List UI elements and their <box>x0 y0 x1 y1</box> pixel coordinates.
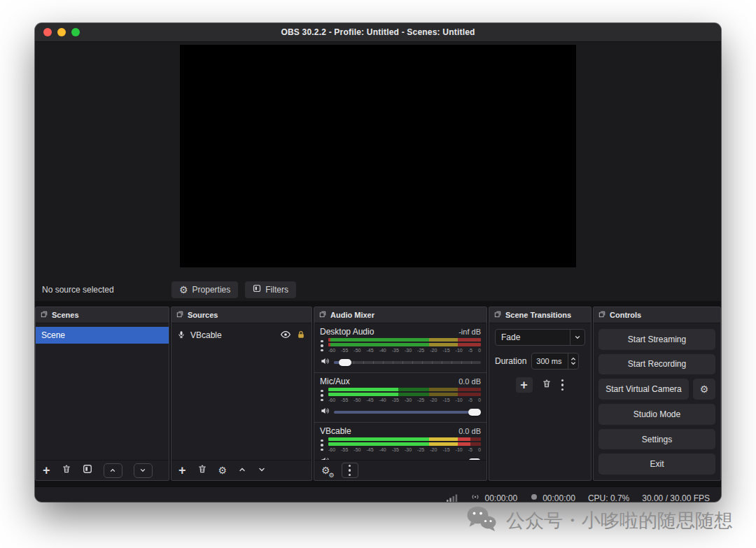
spinner-arrows-icon[interactable] <box>568 353 578 369</box>
sources-toolbar: + ⚙ <box>172 460 312 480</box>
move-scene-down-button[interactable] <box>134 463 153 478</box>
visibility-eye-icon[interactable] <box>280 329 291 342</box>
record-icon <box>530 493 538 502</box>
virtual-camera-settings-button[interactable]: ⚙ <box>693 379 715 400</box>
mixer-menu-button[interactable] <box>342 463 358 478</box>
watermark: 公众号・小哆啦的随思随想 <box>466 503 733 538</box>
scene-list-item[interactable]: Scene <box>36 327 169 344</box>
channel-menu-icon[interactable] <box>320 437 324 453</box>
start-streaming-button[interactable]: Start Streaming <box>598 329 715 350</box>
record-timer: 00:00:00 <box>530 493 575 502</box>
volume-slider[interactable] <box>334 357 481 368</box>
audio-mixer-panel: Audio Mixer Desktop Audio -inf dB <box>314 307 487 481</box>
sources-panel: Sources VBcable + ⚙ <box>171 307 312 481</box>
traffic-lights <box>43 23 80 41</box>
scenes-panel: Scenes Scene + <box>35 307 169 481</box>
source-item-label: VBcable <box>190 330 222 340</box>
volume-slider[interactable] <box>334 407 481 418</box>
network-signal-icon <box>447 493 458 502</box>
duration-label: Duration <box>495 356 526 366</box>
settings-button[interactable]: Settings <box>598 429 715 450</box>
speaker-icon[interactable] <box>320 456 330 460</box>
remove-transition-button[interactable] <box>542 379 552 391</box>
properties-button[interactable]: ⚙ Properties <box>172 281 238 298</box>
no-source-status: No source selected <box>42 285 172 295</box>
channel-menu-icon[interactable] <box>320 388 324 403</box>
source-toolbar: No source selected ⚙ Properties Filters <box>35 278 721 301</box>
move-scene-up-button[interactable] <box>104 463 122 478</box>
filters-label: Filters <box>265 285 288 295</box>
audio-mixer-body: Desktop Audio -inf dB -60-55-50-45-40-35… <box>314 323 486 460</box>
duration-spinbox[interactable]: 300 ms <box>531 353 579 370</box>
start-virtual-camera-button[interactable]: Start Virtual Camera <box>598 379 689 400</box>
audio-mixer-toolbar: ⚙ ⚙ <box>314 460 486 480</box>
add-transition-button[interactable]: + <box>516 377 533 393</box>
title-bar[interactable]: OBS 30.2.2 - Profile: Untitled - Scenes:… <box>35 23 721 42</box>
transition-menu-icon[interactable] <box>561 379 565 391</box>
channel-level: 0.0 dB <box>458 427 481 435</box>
channel-name: Desktop Audio <box>320 327 374 337</box>
wechat-icon <box>466 505 497 537</box>
transition-select[interactable]: Fade <box>495 329 585 346</box>
scene-item-label: Scene <box>41 330 65 340</box>
studio-mode-button[interactable]: Studio Mode <box>598 404 715 425</box>
scenes-toolbar: + <box>36 460 169 480</box>
lock-icon[interactable] <box>296 330 306 342</box>
add-scene-button[interactable]: + <box>43 464 50 477</box>
transition-value: Fade <box>496 332 570 342</box>
volume-slider-knob[interactable] <box>468 409 481 416</box>
volume-slider[interactable] <box>334 456 481 460</box>
minimize-button[interactable] <box>57 28 66 36</box>
channel-level: 0.0 dB <box>458 377 481 386</box>
controls-panel-header[interactable]: Controls <box>594 307 720 323</box>
maximize-button[interactable] <box>71 28 80 36</box>
scenes-panel-header[interactable]: Scenes <box>36 307 169 323</box>
scene-transitions-panel: Scene Transitions Fade Duration 300 ms <box>489 307 592 481</box>
channel-level: -inf dB <box>458 328 481 336</box>
remove-source-button[interactable] <box>197 464 207 477</box>
source-list-item[interactable]: VBcable <box>172 327 312 344</box>
scene-transitions-panel-header[interactable]: Scene Transitions <box>489 307 591 323</box>
move-source-down-button[interactable] <box>258 464 266 477</box>
video-canvas[interactable] <box>180 45 576 267</box>
exit-button[interactable]: Exit <box>598 454 715 475</box>
dock-icon <box>319 311 326 319</box>
speaker-icon[interactable] <box>320 356 330 369</box>
advanced-audio-gear-icon[interactable]: ⚙ ⚙ <box>321 464 330 477</box>
filters-button[interactable]: Filters <box>245 281 296 298</box>
chevron-down-icon[interactable] <box>570 330 584 345</box>
gear-icon: ⚙ <box>700 384 709 394</box>
dock-icon <box>598 311 606 319</box>
cpu-usage: CPU: 0.7% <box>588 493 629 503</box>
audio-mixer-panel-header[interactable]: Audio Mixer <box>314 307 486 323</box>
speaker-icon[interactable] <box>320 406 330 419</box>
dock-icon <box>176 311 183 319</box>
scene-filters-button[interactable] <box>83 464 92 477</box>
dock-icon <box>41 311 48 319</box>
fps-counter: 30.00 / 30.00 FPS <box>642 493 710 503</box>
add-source-button[interactable]: + <box>178 464 186 477</box>
broadcast-icon <box>470 492 480 502</box>
channel-menu-icon[interactable] <box>320 338 324 353</box>
small-gear-icon: ⚙ <box>328 472 334 479</box>
filters-icon <box>253 284 261 295</box>
source-properties-gear-icon[interactable]: ⚙ <box>218 465 227 475</box>
scene-transitions-title: Scene Transitions <box>505 311 571 319</box>
remove-scene-button[interactable] <box>62 464 71 477</box>
properties-label: Properties <box>192 285 231 295</box>
controls-body: Start Streaming Start Recording Start Vi… <box>594 323 720 480</box>
move-source-up-button[interactable] <box>238 464 246 477</box>
close-button[interactable] <box>43 28 52 36</box>
scene-transitions-body: Fade Duration 300 ms <box>489 323 591 480</box>
mixer-channel-desktop-audio: Desktop Audio -inf dB -60-55-50-45-40-35… <box>314 323 486 373</box>
controls-panel: Controls Start Streaming Start Recording… <box>593 307 721 481</box>
start-recording-button[interactable]: Start Recording <box>598 354 715 375</box>
volume-slider-knob[interactable] <box>468 458 481 460</box>
dock-area: Scenes Scene + <box>35 301 721 486</box>
volume-meter <box>328 338 481 346</box>
channel-name: Mic/Aux <box>320 377 350 386</box>
scenes-list: Scene <box>36 323 169 460</box>
sources-panel-header[interactable]: Sources <box>172 307 312 323</box>
obs-window: OBS 30.2.2 - Profile: Untitled - Scenes:… <box>35 23 721 502</box>
volume-slider-knob[interactable] <box>339 359 351 366</box>
